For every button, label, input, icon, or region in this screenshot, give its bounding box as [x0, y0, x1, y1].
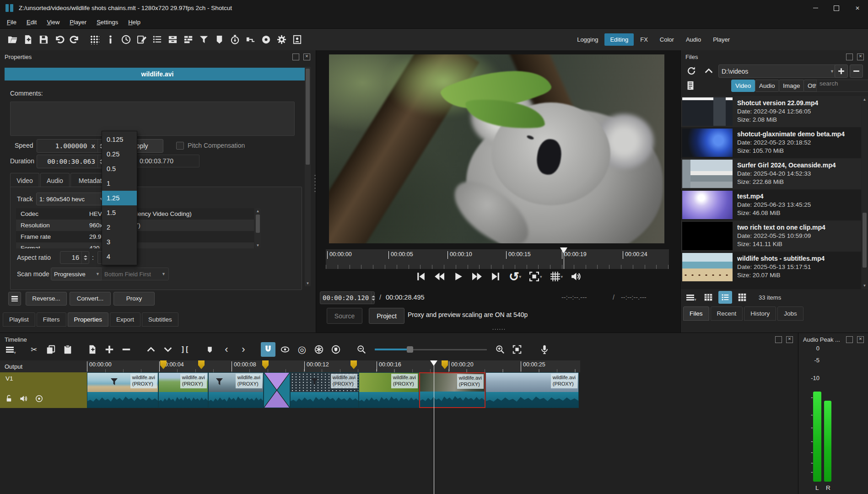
current-time-spinner[interactable]: 00:00:20.120: [320, 291, 375, 304]
spinner-arrows-icon[interactable]: [81, 252, 89, 263]
scroll-down-icon[interactable]: ▼: [862, 284, 868, 288]
convert-button[interactable]: Convert...: [70, 292, 111, 306]
filter-chip[interactable]: Audio: [755, 80, 779, 92]
dropdown-option[interactable]: 1: [102, 176, 137, 191]
mode-tab[interactable]: Player: [707, 33, 735, 46]
mode-tab[interactable]: Logging: [571, 33, 604, 46]
append-button[interactable]: [85, 342, 100, 357]
loop-button[interactable]: ↺▾: [509, 271, 521, 282]
maximize-button[interactable]: [826, 0, 847, 16]
dock-tab[interactable]: History: [744, 306, 776, 321]
close-panel-icon[interactable]: ✕: [786, 336, 793, 343]
scan-mode-combo[interactable]: Progressive▼: [51, 268, 103, 280]
timeline-clip[interactable]: wildlife.avi (PROXY): [359, 372, 419, 408]
zoom-fit-timeline-button[interactable]: [510, 342, 524, 357]
add-location-button[interactable]: [835, 64, 848, 78]
file-list-item[interactable]: two rich text on one clip.mp4 Date: 2022…: [681, 220, 861, 252]
search-input[interactable]: search: [816, 80, 868, 92]
output-track-header[interactable]: Output: [0, 360, 87, 373]
timeline-menu-button[interactable]: ▾: [4, 342, 18, 357]
chevron-down-icon[interactable]: ▾: [561, 274, 563, 279]
track-combo[interactable]: 1: 960x540 hevc▼: [36, 193, 107, 205]
file-list-scrollbar[interactable]: ▲ ▼: [862, 96, 868, 289]
filters-button[interactable]: [196, 32, 211, 48]
dropdown-option[interactable]: 0.25: [102, 147, 137, 161]
ripple-delete-button[interactable]: [119, 342, 134, 357]
timer-button[interactable]: [227, 32, 243, 48]
comments-textarea[interactable]: [10, 102, 295, 136]
dropdown-option[interactable]: 3: [102, 235, 137, 249]
dock-tab[interactable]: Properties: [68, 312, 109, 327]
rewind-button[interactable]: [434, 271, 445, 282]
copy-button[interactable]: [43, 342, 58, 357]
chevron-down-icon[interactable]: ▾: [540, 274, 542, 279]
scroll-down-icon[interactable]: ▼: [255, 243, 261, 247]
close-panel-icon[interactable]: ✕: [303, 54, 310, 60]
properties-menu-button[interactable]: [8, 292, 21, 306]
timeline-zoom-slider[interactable]: [375, 346, 487, 353]
dock-tab[interactable]: Jobs: [777, 306, 803, 321]
overwrite-down-button[interactable]: [161, 342, 175, 357]
dropdown-option[interactable]: 1.5: [102, 205, 137, 220]
keyframes-button[interactable]: [243, 32, 258, 48]
timeline-ruler[interactable]: [87, 360, 580, 372]
menu-item[interactable]: File: [3, 17, 21, 27]
paste-button[interactable]: [60, 342, 75, 357]
float-panel-icon[interactable]: [292, 54, 299, 60]
file-list-item[interactable]: wildlife shots - subtitles.mp4 Date: 202…: [681, 252, 861, 283]
slider-handle[interactable]: [407, 346, 413, 353]
tab-video[interactable]: Video: [10, 173, 39, 188]
menu-item[interactable]: Player: [65, 17, 91, 27]
next-marker-button[interactable]: ›: [236, 342, 251, 357]
fast-forward-button[interactable]: [471, 271, 483, 282]
scroll-up-icon[interactable]: ▲: [862, 97, 868, 102]
reverse-button[interactable]: Reverse...: [26, 292, 67, 306]
redo-button[interactable]: [67, 32, 82, 48]
playlist-button[interactable]: [149, 32, 165, 48]
dropdown-option[interactable]: 4: [102, 249, 137, 264]
file-list-item[interactable]: Surfer Girl 2024, Oceanside.mp4 Date: 20…: [681, 158, 861, 189]
previous-marker-button[interactable]: ‹: [219, 342, 234, 357]
dropdown-option[interactable]: 1.25: [102, 191, 137, 205]
timeline-clip[interactable]: wildlife.avi (PROXY): [290, 372, 359, 408]
ripple-button[interactable]: ◎: [295, 342, 309, 357]
record-button[interactable]: [258, 32, 274, 48]
timeline-clip[interactable]: wildlife.avi (PROXY): [485, 372, 579, 408]
file-details-button[interactable]: [685, 79, 696, 92]
record-audio-button[interactable]: [537, 342, 552, 357]
ripple-markers-button[interactable]: [329, 342, 343, 357]
properties-scrollbar[interactable]: ▼: [305, 67, 311, 286]
zoom-timeline-out-button[interactable]: [354, 342, 369, 357]
export-button[interactable]: [289, 32, 305, 48]
markers-button[interactable]: [211, 32, 227, 48]
recent-button[interactable]: [118, 32, 134, 48]
notes-button[interactable]: [134, 32, 149, 48]
skip-start-button[interactable]: [415, 271, 426, 282]
snap-button[interactable]: [261, 342, 275, 357]
duration-spinner[interactable]: 00:00:30.063: [37, 155, 105, 168]
table-scrollbar[interactable]: ▲ ▼: [255, 208, 261, 248]
scroll-up-icon[interactable]: ▲: [255, 209, 261, 213]
spinner-arrows-icon[interactable]: [371, 292, 375, 304]
details-view-button[interactable]: [701, 291, 715, 304]
open-other-button[interactable]: [20, 32, 36, 48]
dock-tab[interactable]: Recent: [711, 306, 743, 321]
tab-audio[interactable]: Audio: [40, 173, 70, 188]
remove-location-button[interactable]: [850, 64, 863, 78]
mode-tab[interactable]: Audio: [680, 33, 706, 46]
zoom-timeline-in-button[interactable]: [493, 342, 507, 357]
file-list-item[interactable]: Shotcut version 22.09.mp4 Date: 2022-09-…: [681, 96, 861, 127]
dock-tab[interactable]: Subtitles: [142, 312, 178, 327]
player-tab[interactable]: Source: [327, 308, 362, 324]
menu-item[interactable]: View: [43, 17, 64, 27]
undo-button[interactable]: [51, 32, 67, 48]
path-combo[interactable]: D:\videos▼: [718, 64, 837, 78]
file-list-item[interactable]: shotcut-glaxnimate demo beta.mp4 Date: 2…: [681, 127, 861, 158]
menu-item[interactable]: Edit: [22, 17, 41, 27]
filter-chip[interactable]: Image: [779, 80, 804, 92]
skip-end-button[interactable]: [490, 271, 501, 282]
close-panel-icon[interactable]: ✕: [857, 54, 864, 60]
list-view-button[interactable]: [718, 291, 732, 304]
timeline-clip[interactable]: wildlife.avi (PROXY): [419, 372, 485, 408]
minimize-button[interactable]: [805, 0, 826, 16]
